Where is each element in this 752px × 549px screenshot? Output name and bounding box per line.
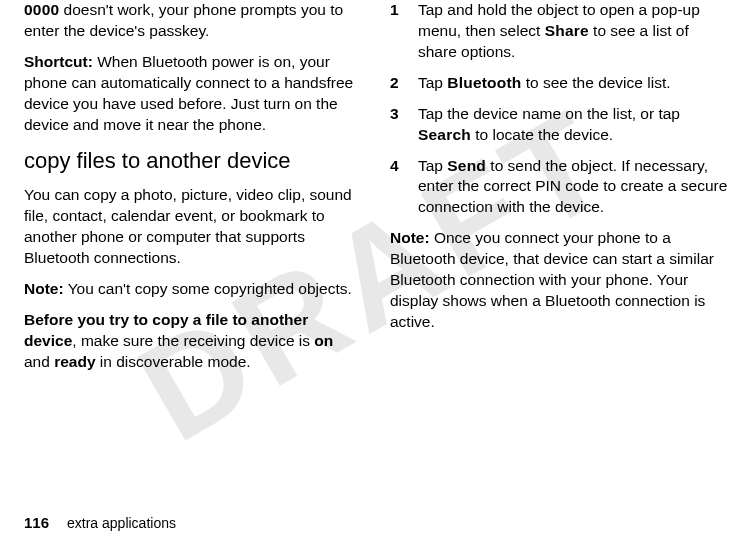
- step-text-2: Tap Bluetooth to see the device list.: [418, 73, 728, 94]
- paragraph-before-copy: Before you try to copy a file to another…: [24, 310, 362, 373]
- paragraph-copy-intro: You can copy a photo, picture, video cli…: [24, 185, 362, 269]
- left-column: 0000 doesn't work, your phone prompts yo…: [24, 0, 362, 383]
- send-word: Send: [447, 157, 486, 174]
- s3-a: Tap the device name on the list, or tap: [418, 105, 680, 122]
- step-text-3: Tap the device name on the list, or tap …: [418, 104, 728, 146]
- passkey-code: 0000: [24, 1, 59, 18]
- before-copy-end: in discoverable mode.: [96, 353, 251, 370]
- page-footer: 116extra applications: [24, 514, 176, 531]
- footer-section: extra applications: [67, 515, 176, 531]
- paragraph-copyright-note: Note: You can't copy some copyrighted ob…: [24, 279, 362, 300]
- step-1: 1 Tap and hold the object to open a pop-…: [390, 0, 728, 63]
- paragraph-connection-note: Note: Once you connect your phone to a B…: [390, 228, 728, 333]
- page-number: 116: [24, 514, 49, 531]
- step-text-1: Tap and hold the object to open a pop-up…: [418, 0, 728, 63]
- bluetooth-word: Bluetooth: [447, 74, 521, 91]
- before-copy-mid: , make sure the receiving device is: [72, 332, 314, 349]
- step-text-4: Tap Send to send the object. If necessar…: [418, 156, 728, 219]
- ready-word: ready: [54, 353, 95, 370]
- s4-a: Tap: [418, 157, 447, 174]
- search-word: Search: [418, 126, 471, 143]
- and-word: and: [24, 353, 54, 370]
- note-text-right: Once you connect your phone to a Bluetoo…: [390, 229, 714, 330]
- note-label-right: Note:: [390, 229, 430, 246]
- step-4: 4 Tap Send to send the object. If necess…: [390, 156, 728, 219]
- step-num-2: 2: [390, 73, 418, 94]
- note-text: You can't copy some copyrighted objects.: [64, 280, 352, 297]
- step-2: 2 Tap Bluetooth to see the device list.: [390, 73, 728, 94]
- s2-a: Tap: [418, 74, 447, 91]
- section-heading-copy-files: copy files to another device: [24, 146, 362, 176]
- paragraph-shortcut: Shortcut: When Bluetooth power is on, yo…: [24, 52, 362, 136]
- step-num-1: 1: [390, 0, 418, 63]
- s2-c: to see the device list.: [521, 74, 670, 91]
- step-num-3: 3: [390, 104, 418, 146]
- step-num-4: 4: [390, 156, 418, 219]
- paragraph-passkey: 0000 doesn't work, your phone prompts yo…: [24, 0, 362, 42]
- right-column: 1 Tap and hold the object to open a pop-…: [390, 0, 728, 383]
- share-word: Share: [545, 22, 589, 39]
- step-3: 3 Tap the device name on the list, or ta…: [390, 104, 728, 146]
- page-content: 0000 doesn't work, your phone prompts yo…: [0, 0, 752, 383]
- note-label: Note:: [24, 280, 64, 297]
- on-word: on: [314, 332, 333, 349]
- shortcut-label: Shortcut:: [24, 53, 93, 70]
- s3-c: to locate the device.: [471, 126, 613, 143]
- passkey-rest: doesn't work, your phone prompts you to …: [24, 1, 343, 39]
